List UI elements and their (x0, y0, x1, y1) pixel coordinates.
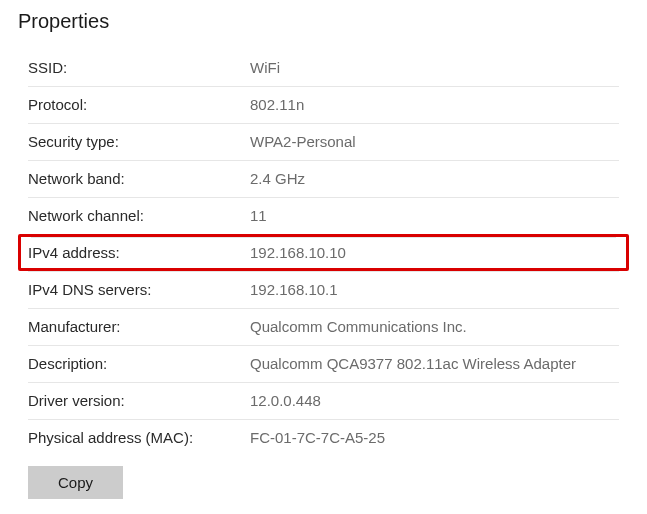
property-label: IPv4 address: (28, 242, 250, 263)
properties-table: SSID:WiFiProtocol:802.11nSecurity type:W… (18, 49, 629, 456)
property-row: Protocol:802.11n (18, 86, 629, 123)
property-row: Security type:WPA2-Personal (18, 123, 629, 160)
property-value: Qualcomm QCA9377 802.11ac Wireless Adapt… (250, 353, 619, 374)
property-row: Manufacturer:Qualcomm Communications Inc… (18, 308, 629, 345)
property-label: Protocol: (28, 94, 250, 115)
property-value: FC-01-7C-7C-A5-25 (250, 427, 619, 448)
property-row: Network band:2.4 GHz (18, 160, 629, 197)
property-label: Network channel: (28, 205, 250, 226)
property-row: IPv4 address:192.168.10.10 (18, 234, 629, 271)
property-row: Driver version:12.0.0.448 (18, 382, 629, 419)
property-row: IPv4 DNS servers:192.168.10.1 (18, 271, 629, 308)
property-value: WiFi (250, 57, 619, 78)
property-label: Description: (28, 353, 250, 374)
property-row: Physical address (MAC):FC-01-7C-7C-A5-25 (18, 419, 629, 456)
copy-button[interactable]: Copy (28, 466, 123, 499)
property-value: Qualcomm Communications Inc. (250, 316, 619, 337)
property-value: 192.168.10.10 (250, 242, 619, 263)
property-row: SSID:WiFi (18, 49, 629, 86)
property-row: Description:Qualcomm QCA9377 802.11ac Wi… (18, 345, 629, 382)
property-row: Network channel:11 (18, 197, 629, 234)
property-label: Security type: (28, 131, 250, 152)
property-value: 192.168.10.1 (250, 279, 619, 300)
property-label: Network band: (28, 168, 250, 189)
property-label: Manufacturer: (28, 316, 250, 337)
property-label: SSID: (28, 57, 250, 78)
property-label: Physical address (MAC): (28, 427, 250, 448)
property-value: 12.0.0.448 (250, 390, 619, 411)
property-value: 11 (250, 205, 619, 226)
property-label: Driver version: (28, 390, 250, 411)
property-value: WPA2-Personal (250, 131, 619, 152)
property-label: IPv4 DNS servers: (28, 279, 250, 300)
property-value: 2.4 GHz (250, 168, 619, 189)
properties-title: Properties (18, 10, 629, 33)
property-value: 802.11n (250, 94, 619, 115)
